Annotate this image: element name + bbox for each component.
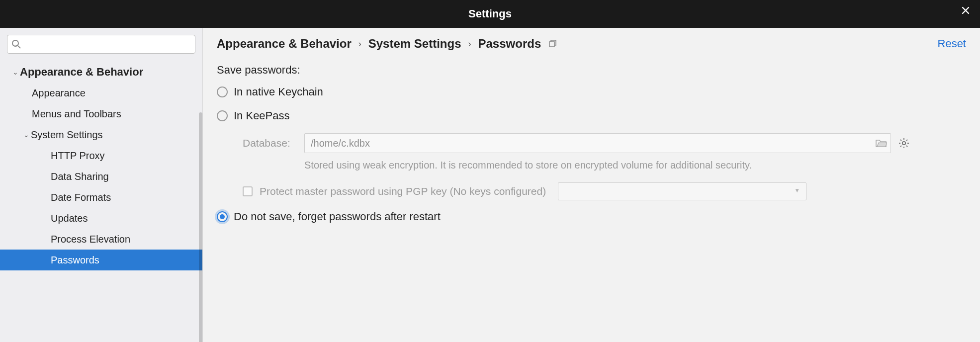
settings-tree: ⌄ Appearance & Behavior Appearance Menus… — [0, 59, 202, 270]
pgp-key-select[interactable] — [558, 182, 806, 200]
radio-keepass[interactable]: In KeePass — [217, 109, 966, 122]
tree-item-http-proxy[interactable]: HTTP Proxy — [0, 145, 202, 166]
tree-item-system-settings[interactable]: ⌄ System Settings — [0, 124, 202, 145]
sidebar: ⌄ Appearance & Behavior Appearance Menus… — [0, 28, 203, 342]
tree-label: Data Sharing — [51, 171, 109, 182]
database-path-input[interactable] — [304, 133, 891, 153]
checkbox-pgp[interactable] — [243, 186, 253, 196]
radio-icon — [217, 211, 228, 222]
svg-rect-1 — [549, 42, 554, 47]
tree-label: Date Formats — [51, 192, 111, 203]
tree-label: Process Elevation — [51, 234, 130, 245]
tree-label: System Settings — [31, 129, 103, 141]
breadcrumb: Appearance & Behavior › System Settings … — [217, 37, 966, 51]
tree-item-appearance-behavior[interactable]: ⌄ Appearance & Behavior — [0, 62, 202, 83]
window-title: Settings — [468, 7, 512, 20]
section-label-save-passwords: Save passwords: — [217, 64, 966, 77]
tree-label: Appearance & Behavior — [20, 66, 143, 79]
chevron-down-icon: ⌄ — [22, 131, 31, 139]
tree-item-updates[interactable]: Updates — [0, 208, 202, 229]
database-label: Database: — [243, 137, 297, 149]
radio-label: In KeePass — [234, 109, 290, 122]
folder-open-icon[interactable] — [875, 137, 887, 149]
gear-icon[interactable] — [898, 137, 910, 149]
content-pane: Appearance & Behavior › System Settings … — [203, 28, 980, 342]
radio-label: In native Keychain — [234, 86, 323, 98]
tree-item-process-elevation[interactable]: Process Elevation — [0, 229, 202, 250]
chevron-right-icon: › — [358, 39, 361, 49]
radio-icon — [217, 86, 228, 97]
svg-point-2 — [902, 142, 905, 145]
database-hint: Stored using weak encryption. It is reco… — [304, 158, 767, 172]
tree-label: Passwords — [51, 255, 99, 266]
tree-label: Menus and Toolbars — [32, 108, 121, 120]
tree-item-menus-toolbars[interactable]: Menus and Toolbars — [0, 103, 202, 124]
tree-label: Appearance — [32, 87, 86, 99]
tree-item-date-formats[interactable]: Date Formats — [0, 187, 202, 208]
tree-item-appearance[interactable]: Appearance — [0, 83, 202, 103]
checkbox-pgp-label: Protect master password using PGP key (N… — [260, 185, 546, 197]
svg-point-0 — [12, 40, 18, 46]
reset-button[interactable]: Reset — [938, 37, 966, 50]
radio-icon — [217, 110, 228, 121]
close-icon[interactable] — [961, 6, 970, 15]
tree-item-data-sharing[interactable]: Data Sharing — [0, 166, 202, 187]
radio-native-keychain[interactable]: In native Keychain — [217, 86, 966, 98]
keepass-subsection: Database: Stored using weak encryption. … — [243, 133, 966, 200]
titlebar: Settings — [0, 0, 980, 28]
tree-label: HTTP Proxy — [51, 150, 105, 162]
breadcrumb-system-settings[interactable]: System Settings — [368, 37, 461, 51]
breadcrumb-passwords[interactable]: Passwords — [478, 37, 541, 51]
scrollbar-thumb[interactable] — [199, 112, 202, 342]
tree-item-passwords[interactable]: Passwords — [0, 250, 202, 270]
chevron-right-icon: › — [468, 39, 471, 49]
window-restore-icon[interactable] — [548, 39, 557, 48]
radio-do-not-save[interactable]: Do not save, forget passwords after rest… — [217, 210, 966, 223]
breadcrumb-appearance-behavior[interactable]: Appearance & Behavior — [217, 37, 352, 51]
radio-label: Do not save, forget passwords after rest… — [234, 210, 441, 223]
chevron-down-icon: ⌄ — [11, 68, 20, 76]
tree-label: Updates — [51, 213, 88, 224]
search-input[interactable] — [7, 35, 195, 54]
search-icon — [11, 39, 22, 50]
